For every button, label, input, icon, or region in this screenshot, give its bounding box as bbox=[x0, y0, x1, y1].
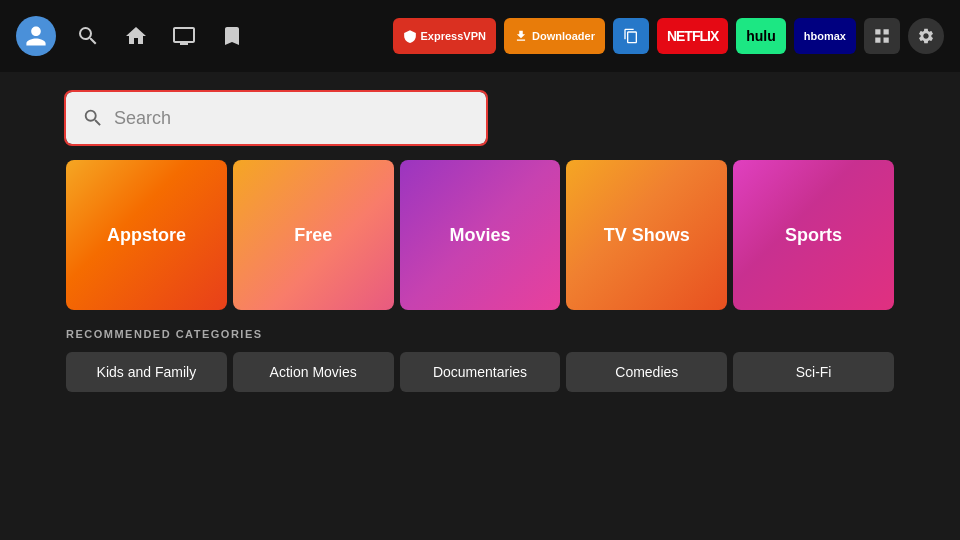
top-navigation: ExpressVPN Downloader NETFLIX hulu hboma… bbox=[0, 0, 960, 72]
pill-documentaries[interactable]: Documentaries bbox=[400, 352, 561, 392]
recommended-section: RECOMMENDED CATEGORIES Kids and Family A… bbox=[0, 310, 960, 392]
expressvpn-badge[interactable]: ExpressVPN bbox=[393, 18, 496, 54]
user-avatar[interactable] bbox=[16, 16, 56, 56]
pill-scifi[interactable]: Sci-Fi bbox=[733, 352, 894, 392]
recommended-title: RECOMMENDED CATEGORIES bbox=[66, 328, 894, 340]
tv-icon[interactable] bbox=[168, 20, 200, 52]
search-nav-icon[interactable] bbox=[72, 20, 104, 52]
tile-movies[interactable]: Movies bbox=[400, 160, 561, 310]
pill-comedies[interactable]: Comedies bbox=[566, 352, 727, 392]
tile-appstore[interactable]: Appstore bbox=[66, 160, 227, 310]
filelinked-badge[interactable] bbox=[613, 18, 649, 54]
pill-kids-and-family[interactable]: Kids and Family bbox=[66, 352, 227, 392]
settings-button[interactable] bbox=[908, 18, 944, 54]
grid-view-button[interactable] bbox=[864, 18, 900, 54]
netflix-badge[interactable]: NETFLIX bbox=[657, 18, 728, 54]
nav-left bbox=[16, 16, 248, 56]
search-section: Search bbox=[0, 72, 960, 160]
category-pills: Kids and Family Action Movies Documentar… bbox=[66, 352, 894, 392]
bookmark-icon[interactable] bbox=[216, 20, 248, 52]
hbomax-badge[interactable]: hbomax bbox=[794, 18, 856, 54]
hulu-badge[interactable]: hulu bbox=[736, 18, 786, 54]
downloader-badge[interactable]: Downloader bbox=[504, 18, 605, 54]
tile-sports[interactable]: Sports bbox=[733, 160, 894, 310]
category-tiles: Appstore Free Movies TV Shows Sports bbox=[0, 160, 960, 310]
search-placeholder: Search bbox=[114, 108, 171, 129]
nav-right: ExpressVPN Downloader NETFLIX hulu hboma… bbox=[393, 18, 944, 54]
search-icon bbox=[82, 107, 104, 129]
tile-free[interactable]: Free bbox=[233, 160, 394, 310]
search-box[interactable]: Search bbox=[66, 92, 486, 144]
home-icon[interactable] bbox=[120, 20, 152, 52]
tile-tvshows[interactable]: TV Shows bbox=[566, 160, 727, 310]
pill-action-movies[interactable]: Action Movies bbox=[233, 352, 394, 392]
